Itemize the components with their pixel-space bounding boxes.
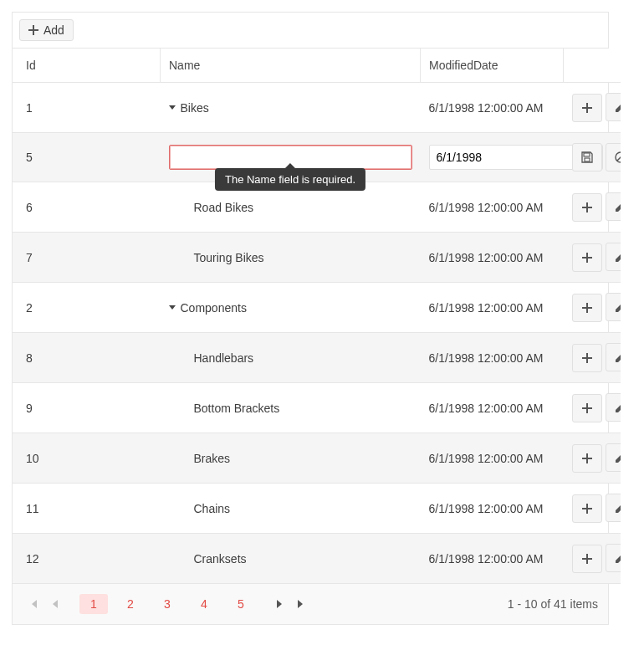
plus-icon bbox=[582, 253, 592, 263]
cell-actions bbox=[564, 433, 621, 484]
edit-button[interactable] bbox=[606, 544, 621, 572]
edit-button[interactable] bbox=[606, 393, 621, 422]
svg-rect-1 bbox=[584, 153, 590, 156]
table-row: 8Handlebars6/1/1998 12:00:00 AM bbox=[13, 333, 621, 383]
expand-caret-icon[interactable] bbox=[169, 105, 176, 110]
add-child-button[interactable] bbox=[572, 193, 602, 222]
cell-id: 8 bbox=[13, 333, 161, 383]
save-icon bbox=[581, 151, 593, 163]
page-number[interactable]: 1 bbox=[79, 594, 108, 614]
add-child-button[interactable] bbox=[572, 444, 602, 473]
name-text: Touring Bikes bbox=[194, 251, 264, 264]
table-row: 2Components6/1/1998 12:00:00 AM bbox=[13, 283, 621, 333]
plus-icon bbox=[28, 25, 38, 35]
cell-name: Components bbox=[161, 283, 421, 333]
add-child-button[interactable] bbox=[572, 494, 602, 523]
name-text: Chains bbox=[194, 502, 231, 515]
cell-name: Road Bikes bbox=[161, 182, 421, 233]
cell-name: Touring Bikes bbox=[161, 233, 421, 283]
cell-id: 1 bbox=[13, 83, 161, 133]
pencil-icon bbox=[615, 552, 621, 564]
page-number[interactable]: 2 bbox=[116, 594, 145, 614]
cancel-button[interactable] bbox=[606, 143, 621, 171]
cell-date: 6/1/1998 12:00:00 AM bbox=[421, 83, 564, 133]
save-button[interactable] bbox=[572, 143, 602, 171]
edit-button[interactable] bbox=[606, 192, 621, 221]
cell-id: 7 bbox=[13, 233, 161, 283]
cell-actions bbox=[564, 484, 621, 534]
edit-button[interactable] bbox=[606, 443, 621, 472]
cell-id: 6 bbox=[13, 182, 161, 233]
table-row: 12Cranksets6/1/1998 12:00:00 AM bbox=[13, 534, 621, 584]
cell-date: 6/1/1998 12:00:00 AM bbox=[421, 182, 564, 233]
cell-date: 6/1/1998 12:00:00 AM bbox=[421, 233, 564, 283]
pencil-icon bbox=[615, 251, 621, 263]
plus-icon bbox=[582, 403, 592, 413]
page-number[interactable]: 5 bbox=[227, 594, 255, 614]
header-date[interactable]: ModifiedDate bbox=[421, 49, 564, 83]
header-name[interactable]: Name bbox=[161, 49, 421, 83]
add-child-button[interactable] bbox=[572, 243, 602, 272]
cell-date: 6/1/1998 12:00:00 AM bbox=[421, 333, 564, 383]
header-id[interactable]: Id bbox=[13, 49, 161, 83]
grid-table: Id Name ModifiedDate 1Bikes6/1/1998 12:0… bbox=[13, 49, 621, 584]
cell-actions bbox=[564, 233, 621, 283]
cell-date: 6/1/1998 12:00:00 AM bbox=[421, 383, 564, 433]
cell-name: Cranksets bbox=[161, 534, 421, 584]
add-child-button[interactable] bbox=[572, 545, 602, 573]
edit-button[interactable] bbox=[606, 243, 621, 271]
plus-icon bbox=[582, 453, 592, 463]
add-child-button[interactable] bbox=[572, 344, 602, 372]
cell-date: 6/1/1998 12:00:00 AM bbox=[421, 433, 564, 484]
pager-next-button[interactable] bbox=[268, 592, 290, 616]
pager-first-button[interactable] bbox=[23, 592, 44, 616]
first-page-icon bbox=[29, 600, 38, 608]
add-child-button[interactable] bbox=[572, 394, 602, 422]
edit-button[interactable] bbox=[606, 293, 621, 321]
expand-caret-icon[interactable] bbox=[169, 305, 176, 310]
pencil-icon bbox=[615, 301, 621, 313]
cell-id: 11 bbox=[13, 484, 161, 534]
name-text: Cranksets bbox=[194, 552, 247, 566]
edit-button[interactable] bbox=[606, 343, 621, 371]
cell-actions bbox=[564, 133, 621, 182]
cell-name: Chains bbox=[161, 484, 421, 534]
pager-prev-button[interactable] bbox=[44, 592, 66, 616]
pencil-icon bbox=[615, 452, 621, 463]
cell-actions bbox=[564, 534, 621, 584]
cell-date: 6/1/1998 12:00:00 AM bbox=[421, 484, 564, 534]
cell-actions bbox=[564, 83, 621, 133]
table-row: 5The Name field is required. bbox=[13, 133, 621, 182]
plus-icon bbox=[582, 353, 592, 363]
table-row: 11Chains6/1/1998 12:00:00 AM bbox=[13, 484, 621, 534]
name-text: Components bbox=[181, 301, 247, 315]
plus-icon bbox=[582, 554, 592, 564]
cell-actions bbox=[564, 333, 621, 383]
plus-icon bbox=[582, 202, 592, 212]
plus-icon bbox=[582, 303, 592, 313]
add-button[interactable]: Add bbox=[19, 19, 74, 41]
cell-actions bbox=[564, 283, 621, 333]
date-input[interactable] bbox=[429, 145, 590, 170]
pencil-icon bbox=[615, 351, 621, 363]
cell-actions bbox=[564, 383, 621, 433]
edit-button[interactable] bbox=[606, 93, 621, 121]
pager-last-button[interactable] bbox=[290, 592, 312, 616]
pencil-icon bbox=[615, 101, 621, 113]
cell-id: 5 bbox=[13, 133, 161, 182]
page-number[interactable]: 3 bbox=[153, 594, 181, 614]
pager-left: 12345 bbox=[23, 592, 312, 616]
plus-icon bbox=[582, 103, 592, 113]
cell-actions bbox=[564, 182, 621, 233]
name-input[interactable] bbox=[169, 145, 412, 170]
cell-date: 6/1/1998 12:00:00 AM bbox=[421, 283, 564, 333]
prev-page-icon bbox=[52, 600, 59, 608]
header-actions bbox=[564, 49, 621, 83]
cell-id: 9 bbox=[13, 383, 161, 433]
edit-button[interactable] bbox=[606, 494, 621, 522]
page-number[interactable]: 4 bbox=[190, 594, 218, 614]
add-child-button[interactable] bbox=[572, 94, 602, 122]
add-button-label: Add bbox=[43, 24, 64, 36]
table-row: 1Bikes6/1/1998 12:00:00 AM bbox=[13, 83, 621, 133]
add-child-button[interactable] bbox=[572, 294, 602, 322]
